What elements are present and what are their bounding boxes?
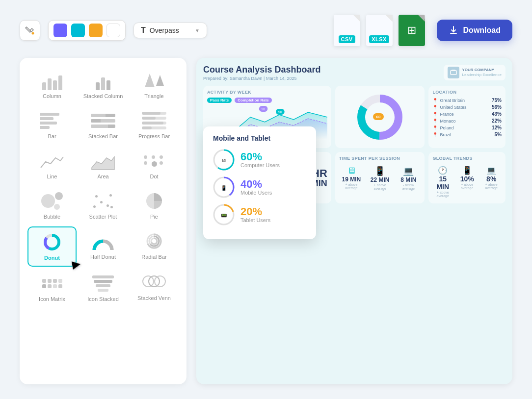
time-card-tablet: 💻 8 MIN - below average <box>396 164 421 192</box>
svg-text:📟: 📟 <box>221 212 227 219</box>
chart-type-triangle[interactable]: Triangle <box>130 66 179 104</box>
chart-type-bubble[interactable]: Bubble <box>27 186 77 224</box>
global-trends-section: Global Trends 🕐 15 MIN + above average 📱… <box>428 152 505 203</box>
location-list: 📍Great Britain 75% 📍United States 56% 📍F… <box>432 98 502 137</box>
global-trends-grid: 🕐 15 MIN + above average 📱 10% + above a… <box>432 164 502 200</box>
svg-text:90: 90 <box>262 107 266 111</box>
trend-card-1: 📱 10% + above average <box>457 164 478 200</box>
pie-chart-preview <box>145 192 163 210</box>
main-donut-chart: 60 <box>355 93 404 142</box>
line-chart-preview <box>40 153 64 171</box>
location-section: Location 📍Great Britain 75% 📍United Stat… <box>428 86 505 148</box>
paint-bucket-icon <box>25 25 35 35</box>
half-donut-preview <box>92 239 114 251</box>
svg-text:🖥: 🖥 <box>221 158 226 163</box>
svg-rect-11 <box>451 71 456 75</box>
swatch-orange[interactable] <box>89 24 103 37</box>
location-item: 📍Brazil 5% <box>432 132 502 137</box>
csv-badge: CSV <box>339 35 355 43</box>
chart-type-radial-bar[interactable]: Radial Bar <box>130 226 179 267</box>
dashboard-header: Course Analysis Dashboard Prepared by: S… <box>203 65 505 81</box>
chart-type-donut[interactable]: Donut ▶ <box>27 226 77 267</box>
tablet-icon: 📟 <box>213 204 235 225</box>
mobile-icon: 📱 <box>213 176 235 198</box>
color-swatches <box>48 20 126 41</box>
global-trends-label: Global Trends <box>432 156 502 161</box>
chart-type-column[interactable]: Column <box>27 66 77 104</box>
time-card-mobile: 📱 22 MIN + above average <box>368 164 392 192</box>
dashboard-subtitle: Prepared by: Samantha Dawn | March 14, 2… <box>203 76 320 81</box>
location-item: 📍Monaco 22% <box>432 118 502 124</box>
chart-type-stacked-bar[interactable]: Stacked Bar <box>79 106 128 144</box>
sheets-icon: ⊞ <box>407 24 416 37</box>
location-item: 📍Great Britain 75% <box>432 98 502 103</box>
area-chart-preview <box>91 153 115 171</box>
donut-section: 60 <box>335 86 425 148</box>
device-row-computer: 🖥 60% Computer Users <box>213 149 306 171</box>
chart-type-scatter-plot[interactable]: Scatter Plot <box>79 186 128 224</box>
csv-file-icon[interactable]: CSV <box>334 15 360 46</box>
swatch-teal[interactable] <box>71 24 85 37</box>
dashboard-title: Course Analysis Dashboard <box>203 65 320 75</box>
time-spent-section: Time Spent Per Session 🖥 19 MIN + above … <box>335 152 425 203</box>
trend-card-0: 🕐 15 MIN + above average <box>432 164 453 200</box>
chart-type-half-donut[interactable]: Half Donut <box>79 226 128 267</box>
paint-bucket-button[interactable] <box>20 20 40 41</box>
swatch-white[interactable] <box>106 24 120 37</box>
time-spent-grid: 🖥 19 MIN + above average 📱 22 MIN + abov… <box>339 164 421 192</box>
chart-type-dot[interactable]: Dot <box>130 146 179 184</box>
company-logo <box>448 67 459 78</box>
chart-type-panel: Column Stacked Column Triangle <box>20 58 186 384</box>
location-item: 📍United States 56% <box>432 104 502 110</box>
donut-chart-preview <box>43 233 61 251</box>
chart-type-pie[interactable]: Pie <box>130 186 179 224</box>
chart-type-line[interactable]: Line <box>27 146 77 184</box>
device-row-tablet: 📟 20% Tablet Users <box>213 204 306 225</box>
company-name: YOUR COMPANY <box>462 68 502 73</box>
company-tagline: Leadership Excellence <box>462 73 502 77</box>
sheets-file-icon[interactable]: ⊞ <box>399 15 425 46</box>
device-row-mobile: 📱 40% Mobile Users <box>213 176 306 198</box>
chart-type-bar[interactable]: Bar <box>27 106 77 144</box>
time-card-computer: 🖥 19 MIN + above average <box>339 164 364 192</box>
chart-type-stacked-column[interactable]: Stacked Column <box>79 66 128 104</box>
font-name-label: Overpass <box>150 26 191 34</box>
chart-type-icon-matrix[interactable]: Icon Matrix <box>27 269 77 307</box>
font-t-icon: T <box>141 26 146 35</box>
svg-text:90: 90 <box>278 110 282 114</box>
computer-icon: 🖥 <box>213 149 235 171</box>
location-item: 📍Poland 12% <box>432 125 502 130</box>
activity-label: Activity By Week <box>207 90 327 95</box>
chart-type-stacked-venn[interactable]: Stacked Venn <box>130 269 179 307</box>
file-icons-area: CSV XLSX ⊞ Download <box>334 15 512 46</box>
toolbar: T Overpass ▼ CSV XLSX ⊞ <box>20 15 512 46</box>
completion-rate-tag: Completion Rate <box>235 98 272 103</box>
svg-point-0 <box>32 32 34 35</box>
chevron-down-icon: ▼ <box>195 28 200 33</box>
download-button[interactable]: Download <box>437 20 512 41</box>
dashboard-panel: Course Analysis Dashboard Prepared by: S… <box>196 58 512 384</box>
pass-rate-tag: Pass Rate <box>207 98 232 103</box>
xlsx-file-icon[interactable]: XLSX <box>366 15 393 46</box>
font-selector[interactable]: T Overpass ▼ <box>133 23 207 38</box>
trend-card-2: 💻 8% + above average <box>481 164 502 200</box>
download-icon <box>449 25 458 35</box>
download-label: Download <box>463 26 501 35</box>
popup-title: Mobile and Tablet <box>213 134 306 142</box>
xlsx-badge: XLSX <box>369 35 389 43</box>
radial-bar-preview <box>145 232 163 250</box>
chart-type-progress-bar[interactable]: Progress Bar <box>130 106 179 144</box>
time-spent-label: Time Spent Per Session <box>339 156 421 161</box>
svg-text:📱: 📱 <box>221 185 227 191</box>
location-label: Location <box>432 90 502 95</box>
main-content: Column Stacked Column Triangle <box>20 58 512 384</box>
swatch-purple[interactable] <box>53 24 67 37</box>
chart-type-icon-stacked[interactable]: Icon Stacked <box>79 269 128 307</box>
location-item: 📍France 43% <box>432 111 502 117</box>
chart-type-area[interactable]: Area <box>79 146 128 184</box>
mobile-tablet-popup: Mobile and Tablet 🖥 60% Computer Users <box>203 126 316 239</box>
svg-text:60: 60 <box>376 115 381 119</box>
company-badge: YOUR COMPANY Leadership Excellence <box>444 65 506 80</box>
